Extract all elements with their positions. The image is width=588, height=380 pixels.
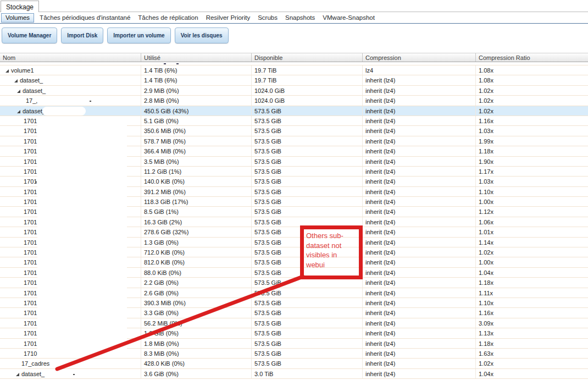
- cell-compression: inherit (lz4): [363, 75, 476, 85]
- cell-ratio: 1.01x: [476, 227, 588, 236]
- tab-taches-replication[interactable]: Tâches de réplication: [134, 13, 202, 23]
- tab-volumes[interactable]: Volumes: [1, 13, 34, 23]
- tab-resilver-priority[interactable]: Resilver Priority: [202, 13, 254, 23]
- column-header-disponible[interactable]: Disponible: [252, 53, 363, 62]
- volume-toolbar: Volume Manager Import Disk Importer un v…: [2, 27, 232, 43]
- table-row[interactable]: 17_cadres428.0 KiB (0%)573.5 GiBinherit …: [0, 359, 588, 368]
- table-row[interactable]: dataset_450.5 GiB (43%)573.5 GiBinherit …: [0, 106, 588, 116]
- cell-available: 573.5 GiB: [252, 187, 363, 196]
- cell-ratio: 1.10x: [476, 187, 588, 196]
- column-header-nom[interactable]: Nom: [0, 53, 141, 62]
- annotation-text-line: dataset not: [306, 241, 361, 251]
- cell-compression: inherit (lz4): [363, 308, 476, 317]
- import-disk-button[interactable]: Import Disk: [61, 27, 103, 43]
- tab-stockage[interactable]: Stockage: [1, 1, 39, 12]
- cell-available: 573.5 GiB: [252, 126, 363, 135]
- view-disks-button[interactable]: Voir les disques: [175, 27, 229, 43]
- column-header-utilise[interactable]: Utilisé: [141, 53, 252, 62]
- cell-used: 2.2 GiB (0%): [141, 278, 252, 287]
- dataset-name: dataset_: [20, 77, 43, 84]
- expander-icon[interactable]: [16, 373, 19, 376]
- dataset-name: 1701: [24, 310, 37, 316]
- table-row[interactable]: dataset_3.6 GiB (0%)3.0 TiBinherit (lz4)…: [0, 369, 588, 379]
- dataset-name: 1701: [24, 189, 37, 195]
- cell-used: 1.0 GiB (0%): [141, 328, 252, 338]
- cell-ratio: 1.99x: [476, 136, 588, 146]
- volume-manager-button[interactable]: Volume Manager: [2, 27, 57, 43]
- dataset-name: 1701: [24, 330, 37, 337]
- tab-scrubs[interactable]: Scrubs: [254, 13, 281, 23]
- cell-available: 573.5 GiB: [252, 146, 363, 156]
- table-row[interactable]: dataset_2.9 MiB (0%)1024.0 GiBinherit (l…: [0, 86, 588, 96]
- expander-icon[interactable]: [14, 79, 18, 82]
- dataset-name: 1701: [24, 239, 37, 246]
- cell-compression: inherit (lz4): [363, 238, 476, 247]
- cell-compression: inherit (lz4): [363, 257, 476, 267]
- cell-ratio: 1.00x: [476, 257, 588, 267]
- cell-available: 573.5 GiB: [252, 167, 363, 176]
- dataset-name: volume1: [11, 67, 34, 74]
- cell-available: 573.5 GiB: [252, 359, 363, 368]
- cell-compression: inherit (lz4): [363, 207, 476, 216]
- annotation-text-line: Others sub-: [306, 231, 361, 241]
- cell-compression: inherit (lz4): [363, 136, 476, 146]
- table-row[interactable]: volume11.4 TiB (6%)19.7 TiBlz41.08x: [0, 65, 588, 75]
- cell-used: 11.2 GiB (1%): [141, 167, 252, 176]
- cell-used: 428.0 KiB (0%): [141, 359, 252, 368]
- cell-ratio: 1.02x: [476, 86, 588, 95]
- window-tab-bar: Stockage: [0, 0, 588, 12]
- dataset-name: 1701: [24, 208, 37, 215]
- cell-used: 2.8 MiB (0%): [141, 96, 252, 105]
- cell-used: 16.3 GiB (2%): [141, 217, 252, 227]
- clipped-row-fragment: [176, 63, 179, 64]
- cell-compression: inherit (lz4): [363, 278, 476, 287]
- cell-available: 3.0 TiB: [252, 369, 363, 378]
- cell-compression: inherit (lz4): [363, 116, 476, 125]
- cell-ratio: 3.09x: [476, 318, 588, 328]
- cell-available: 19.7 TiB: [252, 65, 363, 75]
- tab-snapshots[interactable]: Snapshots: [281, 13, 319, 23]
- cell-ratio: 1.63x: [476, 349, 588, 358]
- cell-used: 450.5 GiB (43%): [141, 106, 252, 115]
- tab-taches-periodiques[interactable]: Tâches périodiques d'instantané: [36, 13, 134, 23]
- redaction-remnant-dot: [73, 374, 75, 375]
- import-volume-button[interactable]: Importer un volume: [107, 27, 170, 43]
- column-header-compression[interactable]: Compression: [363, 53, 476, 62]
- cell-compression: inherit (lz4): [363, 268, 476, 277]
- cell-compression: inherit (lz4): [363, 328, 476, 338]
- cell-used: 5.1 GiB (0%): [141, 116, 252, 125]
- expander-icon[interactable]: [17, 110, 20, 113]
- redaction-blob-names: [37, 117, 127, 356]
- cell-compression: inherit (lz4): [363, 187, 476, 196]
- cell-ratio: 1.16x: [476, 308, 588, 317]
- cell-compression: inherit (lz4): [363, 339, 476, 348]
- cell-ratio: 1.00x: [476, 197, 588, 206]
- dataset-name: 1701: [24, 168, 37, 175]
- cell-ratio: 1.02x: [476, 106, 588, 115]
- expander-icon[interactable]: [17, 90, 20, 93]
- cell-compression: inherit (lz4): [363, 247, 476, 257]
- annotation-text: Others sub- dataset not visibles in webu…: [306, 231, 361, 269]
- expander-icon[interactable]: [5, 69, 9, 73]
- dataset-name: 1701: [24, 138, 37, 145]
- column-header-compression-ratio[interactable]: Compression Ratio: [476, 53, 588, 62]
- dataset-name: 1701: [24, 118, 37, 124]
- section-tab-bar: Volumes Tâches périodiques d'instantané …: [0, 13, 588, 24]
- grid-header: Nom Utilisé Disponible Compression Compr…: [0, 53, 588, 62]
- cell-ratio: 1.11x: [476, 288, 588, 298]
- cell-compression: inherit (lz4): [363, 86, 476, 95]
- cell-ratio: 1.18x: [476, 339, 588, 348]
- annotation-text-line: visibles in: [306, 250, 361, 260]
- cell-ratio: 1.10x: [476, 298, 588, 307]
- cell-compression: inherit (lz4): [363, 318, 476, 328]
- cell-available: 573.5 GiB: [252, 349, 363, 358]
- tab-vmware-snapshot[interactable]: VMware-Snapshot: [319, 13, 379, 23]
- cell-used: 390.3 MiB (0%): [141, 298, 252, 307]
- cell-used: 391.2 MiB (0%): [141, 187, 252, 196]
- table-row[interactable]: 17_,2.8 MiB (0%)1024.0 GiBinherit (lz4)1…: [0, 96, 588, 106]
- table-row[interactable]: dataset_1.4 TiB (6%)19.7 TiBinherit (lz4…: [0, 75, 588, 85]
- cell-used: 3.5 MiB (0%): [141, 157, 252, 166]
- redaction-remnant-dot: [90, 101, 91, 102]
- annotation-text-line: webui: [306, 260, 361, 270]
- cell-ratio: 1.08x: [476, 75, 588, 85]
